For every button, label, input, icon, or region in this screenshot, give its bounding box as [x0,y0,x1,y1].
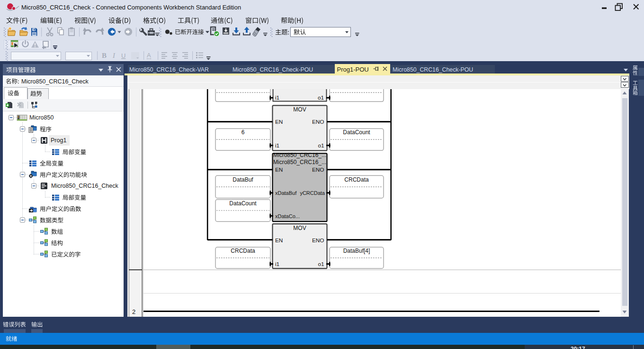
svg-text:o1: o1 [318,142,324,149]
svg-text:I: I [112,52,116,59]
svg-text:ENO: ENO [312,237,324,244]
svg-text:o1: o1 [318,261,324,267]
svg-text:Micro850_CRC16_...: Micro850_CRC16_... [273,152,326,158]
svg-text:CRCData: CRCData [344,176,369,183]
svg-text:DataBuf: DataBuf [233,176,253,183]
svg-text:xDataBuf: xDataBuf [275,190,297,196]
svg-text:Micro850_CRC16_...: Micro850_CRC16_... [273,159,326,165]
svg-text:ENO: ENO [312,119,324,125]
svg-text:i1: i1 [275,261,279,267]
svg-text:DataCount: DataCount [343,129,370,136]
svg-text:B: B [102,52,107,59]
svg-text:EN: EN [275,237,283,244]
svg-text:i1: i1 [275,142,279,149]
svg-text:xDataCo...: xDataCo... [275,213,300,219]
svg-text:U: U [121,52,125,59]
svg-text:CRCData: CRCData [231,248,255,254]
svg-text:MOV: MOV [293,225,306,231]
svg-text:MOV: MOV [293,106,306,113]
svg-text:o1: o1 [318,94,324,101]
svg-text:DataBuf[4]: DataBuf[4] [343,248,370,254]
svg-text:DataCount: DataCount [229,200,257,207]
svg-text:yCRCData: yCRCData [300,190,325,196]
svg-text:A: A [147,52,151,59]
svg-text:EN: EN [275,166,283,173]
svg-text:EN: EN [275,119,283,125]
svg-text:ENO: ENO [312,166,324,173]
svg-text:i1: i1 [275,94,279,101]
svg-text:6: 6 [242,129,245,136]
